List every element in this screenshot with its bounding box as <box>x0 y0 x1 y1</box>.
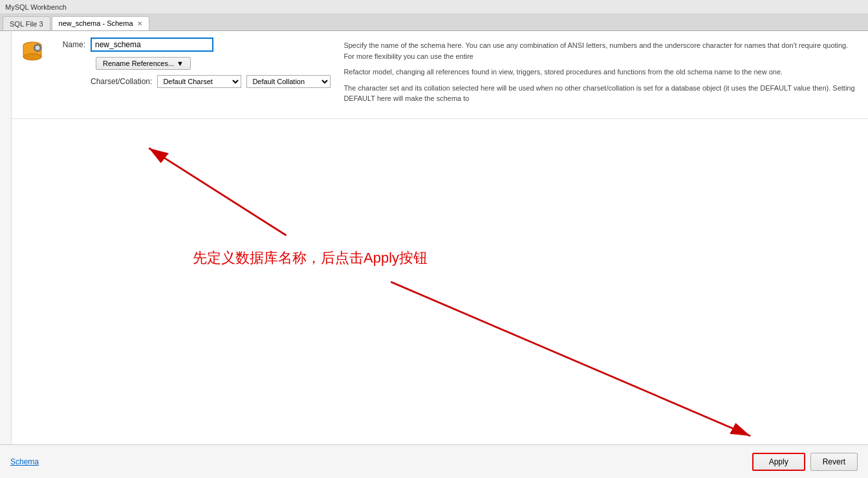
revert-label: Revert <box>823 457 845 466</box>
content-panel: Name: Rename References... ▼ Charset/Col… <box>12 31 868 444</box>
annotation-text: 先定义数据库名称，后点击Apply按钮 <box>193 248 428 268</box>
description-1: Specify the name of the schema here. You… <box>343 40 855 61</box>
database-icon <box>19 39 45 65</box>
svg-point-6 <box>36 46 40 50</box>
svg-line-12 <box>39 50 40 50</box>
charset-label: Charset/Collation: <box>91 77 152 86</box>
revert-button[interactable]: Revert <box>810 453 858 471</box>
apply-button[interactable]: Apply <box>752 453 805 471</box>
tab-bar: SQL File 3 new_schema - Schema ✕ <box>0 14 868 31</box>
tab-sql-file-3[interactable]: SQL File 3 <box>3 16 50 30</box>
schema-tab-label[interactable]: Schema <box>10 457 39 466</box>
tab-new-schema[interactable]: new_schema - Schema ✕ <box>52 16 149 30</box>
bottom-buttons: Apply Revert <box>752 453 858 471</box>
tab-new-schema-label: new_schema - Schema <box>59 19 133 27</box>
annotation-arrows <box>12 119 868 445</box>
charset-row: Charset/Collation: Default Charset utf8 … <box>91 75 331 88</box>
svg-line-17 <box>391 281 750 435</box>
svg-point-2 <box>23 54 41 60</box>
sidebar-strip <box>0 31 12 444</box>
rename-row: Rename References... ▼ <box>53 57 331 70</box>
collation-select[interactable]: Default Collation utf8_general_ci utf8mb… <box>246 75 331 88</box>
rename-references-button[interactable]: Rename References... ▼ <box>96 57 191 70</box>
name-label: Name: <box>53 40 85 49</box>
rename-references-label: Rename References... <box>103 60 174 67</box>
svg-line-16 <box>149 147 286 235</box>
description-area: Specify the name of the schema here. You… <box>338 38 860 112</box>
tab-close-icon[interactable]: ✕ <box>137 20 142 27</box>
bottom-bar: Schema Apply Revert <box>0 444 868 478</box>
name-row: Name: <box>53 38 331 52</box>
white-area: 先定义数据库名称，后点击Apply按钮 <box>12 119 868 445</box>
svg-line-11 <box>35 45 36 46</box>
svg-line-13 <box>39 45 40 46</box>
charset-select[interactable]: Default Charset utf8 utf8mb4 latin1 <box>157 75 241 88</box>
title-text: MySQL Workbench <box>5 3 67 11</box>
svg-line-14 <box>35 50 36 50</box>
dropdown-icon: ▼ <box>177 60 184 67</box>
tab-sql-file-3-label: SQL File 3 <box>10 20 43 28</box>
description-3: The character set and its collation sele… <box>343 83 855 104</box>
main-area: Name: Rename References... ▼ Charset/Col… <box>0 31 868 444</box>
apply-label: Apply <box>769 457 788 466</box>
title-bar: MySQL Workbench <box>0 0 868 14</box>
form-left: Name: Rename References... ▼ Charset/Col… <box>53 38 331 88</box>
form-area: Name: Rename References... ▼ Charset/Col… <box>12 31 868 119</box>
description-2: Refactor model, changing all references … <box>343 67 855 78</box>
name-input[interactable] <box>91 38 213 52</box>
